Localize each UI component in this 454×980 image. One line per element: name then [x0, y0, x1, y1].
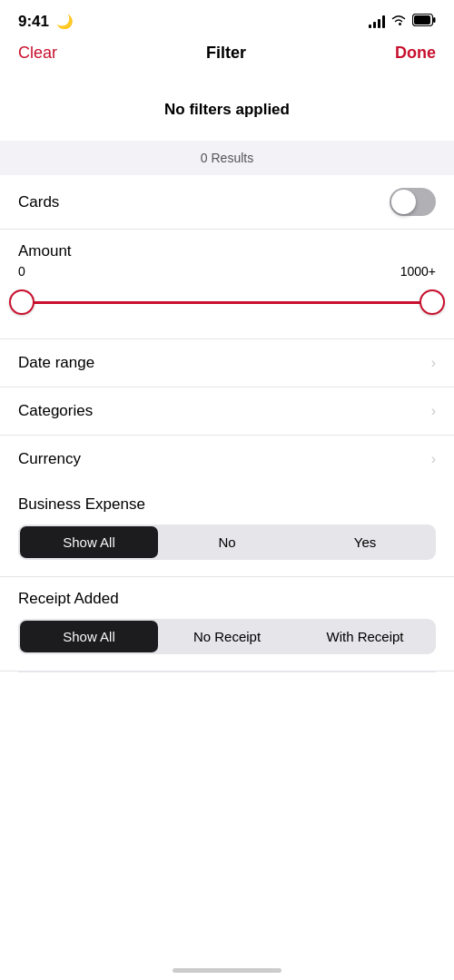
- cards-label: Cards: [18, 193, 59, 211]
- amount-section: Amount 0 1000+: [0, 230, 454, 339]
- amount-slider[interactable]: [22, 284, 432, 320]
- results-bar: 0 Results: [0, 141, 454, 175]
- moon-icon: 🌙: [56, 14, 74, 29]
- done-button[interactable]: Done: [395, 44, 436, 63]
- categories-label: Categories: [18, 402, 93, 420]
- clear-button[interactable]: Clear: [18, 44, 57, 63]
- currency-label: Currency: [18, 450, 81, 468]
- toggle-thumb: [391, 190, 416, 214]
- wifi-icon: [390, 14, 407, 30]
- cards-toggle[interactable]: [390, 188, 436, 216]
- battery-icon: [412, 14, 436, 30]
- date-range-row[interactable]: Date range ›: [0, 339, 454, 387]
- cards-row[interactable]: Cards: [0, 175, 454, 230]
- business-expense-control[interactable]: Show All No Yes: [18, 524, 436, 560]
- receipt-added-section: Receipt Added Show All No Receipt With R…: [0, 577, 454, 671]
- slider-thumb-max[interactable]: [419, 289, 445, 315]
- receipt-show-all-button[interactable]: Show All: [20, 621, 158, 652]
- amount-max: 1000+: [400, 264, 436, 279]
- status-icons: [369, 14, 436, 30]
- nav-bar: Clear Filter Done: [0, 36, 454, 74]
- svg-rect-2: [414, 15, 430, 24]
- receipt-added-control[interactable]: Show All No Receipt With Receipt: [18, 619, 436, 654]
- slider-track: [22, 301, 432, 304]
- no-filters-text: No filters applied: [164, 101, 290, 118]
- date-range-label: Date range: [18, 354, 94, 372]
- spacer: [0, 672, 454, 718]
- business-no-button[interactable]: No: [158, 526, 296, 558]
- categories-row[interactable]: Categories ›: [0, 387, 454, 436]
- no-filters-section: No filters applied: [0, 74, 454, 141]
- currency-row[interactable]: Currency ›: [0, 436, 454, 483]
- slider-thumb-min[interactable]: [9, 289, 35, 315]
- categories-chevron-icon: ›: [431, 403, 436, 419]
- amount-range-labels: 0 1000+: [18, 264, 436, 279]
- filter-title: Filter: [206, 44, 246, 63]
- receipt-added-label: Receipt Added: [18, 590, 436, 608]
- business-expense-label: Business Expense: [18, 495, 436, 514]
- status-time: 9:41 🌙: [18, 13, 74, 31]
- receipt-with-receipt-button[interactable]: With Receipt: [296, 621, 434, 652]
- svg-rect-1: [433, 17, 436, 23]
- home-indicator: [0, 954, 454, 980]
- signal-icon: [369, 15, 385, 28]
- home-bar: [173, 968, 281, 973]
- results-count: 0 Results: [201, 151, 253, 165]
- business-show-all-button[interactable]: Show All: [20, 526, 158, 558]
- amount-min: 0: [18, 264, 25, 279]
- date-range-chevron-icon: ›: [431, 355, 436, 371]
- receipt-no-receipt-button[interactable]: No Receipt: [158, 621, 296, 652]
- business-expense-section: Business Expense Show All No Yes: [0, 483, 454, 577]
- amount-label: Amount: [18, 242, 436, 260]
- currency-chevron-icon: ›: [431, 451, 436, 467]
- status-bar: 9:41 🌙: [0, 0, 454, 36]
- business-yes-button[interactable]: Yes: [296, 526, 434, 558]
